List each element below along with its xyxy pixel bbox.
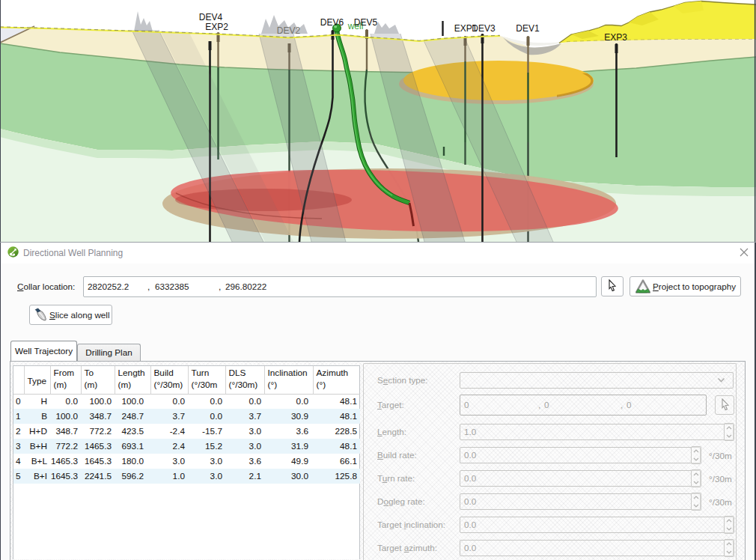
svg-text:DEV5: DEV5 (354, 17, 378, 28)
svg-text:DEV2: DEV2 (277, 25, 301, 36)
svg-text:DEV4: DEV4 (199, 12, 223, 22)
svg-text:DEV6: DEV6 (320, 17, 344, 28)
svg-text:EXP2: EXP2 (205, 22, 228, 32)
svg-text:EXP3: EXP3 (604, 32, 627, 43)
svg-text:DEV1: DEV1 (516, 23, 540, 34)
svg-text:DEV3: DEV3 (472, 23, 496, 34)
